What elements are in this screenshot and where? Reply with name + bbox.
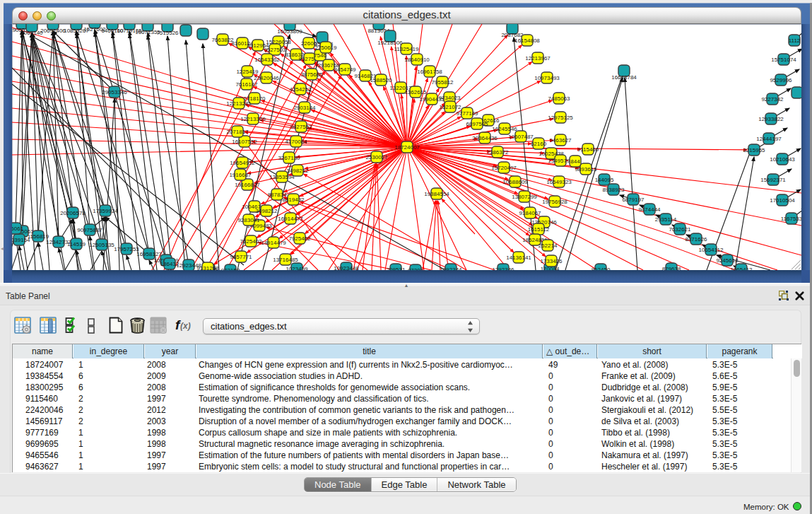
svg-text:9115460: 9115460 <box>577 146 599 153</box>
svg-text:15751074: 15751074 <box>771 57 796 63</box>
svg-text:14136141: 14136141 <box>506 255 531 261</box>
svg-text:16958127: 16958127 <box>136 251 162 257</box>
svg-text:1167533: 1167533 <box>781 216 801 222</box>
svg-text:14914479: 14914479 <box>261 240 286 246</box>
svg-text:12505135: 12505135 <box>89 242 114 248</box>
svg-text:19166827: 19166827 <box>235 182 260 188</box>
svg-text:20364436: 20364436 <box>472 135 498 141</box>
svg-text:2750619: 2750619 <box>314 45 337 51</box>
svg-text:15692371: 15692371 <box>760 177 786 183</box>
svg-text:19654952: 19654952 <box>230 160 255 166</box>
svg-text:973158: 973158 <box>221 267 240 270</box>
svg-text:16053809: 16053809 <box>277 28 302 35</box>
svg-text:7925402: 7925402 <box>288 235 311 242</box>
svg-text:16549323: 16549323 <box>546 179 572 185</box>
svg-text:6897505: 6897505 <box>466 121 488 127</box>
svg-text:10973493: 10973493 <box>534 75 560 81</box>
svg-text:11325419: 11325419 <box>394 46 420 52</box>
svg-text:7955812: 7955812 <box>431 79 454 86</box>
svg-text:2903144: 2903144 <box>293 105 316 111</box>
svg-text:879638: 879638 <box>662 266 681 270</box>
svg-text:1112: 1112 <box>789 37 801 44</box>
svg-text:8454749: 8454749 <box>334 66 356 73</box>
svg-text:20206578: 20206578 <box>60 210 86 216</box>
svg-text:7485063: 7485063 <box>548 95 570 102</box>
svg-text:9283041: 9283041 <box>237 217 260 223</box>
svg-text:7616147: 7616147 <box>235 81 258 88</box>
svg-text:4170084: 4170084 <box>285 139 307 145</box>
svg-text:10654112: 10654112 <box>699 247 724 253</box>
svg-text:1092344: 1092344 <box>440 267 462 270</box>
svg-text:16648784: 16648784 <box>611 74 637 81</box>
svg-text:2935114: 2935114 <box>655 216 677 223</box>
svg-text:16961758: 16961758 <box>417 69 442 75</box>
svg-text:10923448: 10923448 <box>334 265 359 270</box>
svg-text:7515526: 7515526 <box>156 30 179 36</box>
svg-text:9184067: 9184067 <box>519 210 541 216</box>
svg-text:7386372: 7386372 <box>486 149 509 156</box>
svg-text:16914477: 16914477 <box>278 216 303 222</box>
svg-text:87201: 87201 <box>408 267 424 270</box>
svg-text:85061: 85061 <box>12 226 24 232</box>
svg-text:144095: 144095 <box>595 177 614 183</box>
svg-text:19756928: 19756928 <box>542 199 567 205</box>
svg-text:17010504: 17010504 <box>770 197 795 204</box>
svg-text:1498212: 1498212 <box>286 168 309 174</box>
svg-text:16107552: 16107552 <box>232 139 257 145</box>
svg-text:12213967: 12213967 <box>525 55 551 62</box>
svg-text:90975887: 90975887 <box>77 227 102 233</box>
svg-text:9131268: 9131268 <box>196 265 219 270</box>
svg-text:12444197: 12444197 <box>756 136 782 142</box>
svg-text:13353594: 13353594 <box>269 174 295 180</box>
svg-text:2530027: 2530027 <box>365 154 388 160</box>
svg-text:8215955: 8215955 <box>743 147 765 153</box>
svg-text:1362615: 1362615 <box>404 89 427 95</box>
svg-text:952450: 952450 <box>592 267 611 270</box>
svg-text:3267130: 3267130 <box>278 155 300 161</box>
svg-text:19218506: 19218506 <box>377 40 403 46</box>
svg-text:(x): (x) <box>180 321 191 331</box>
svg-text:7663822: 7663822 <box>211 37 234 43</box>
svg-text:23420046: 23420046 <box>254 75 279 81</box>
svg-text:1621072: 1621072 <box>439 104 461 110</box>
svg-text:18724007: 18724007 <box>394 144 420 151</box>
svg-text:1065412: 1065412 <box>730 267 753 270</box>
svg-text:9657771: 9657771 <box>230 254 252 260</box>
svg-text:17957253: 17957253 <box>114 246 139 252</box>
svg-text:29053346: 29053346 <box>102 89 127 95</box>
svg-text:186432: 186432 <box>160 261 180 267</box>
svg-text:1916687: 1916687 <box>229 172 252 178</box>
svg-text:2071817: 2071817 <box>226 129 249 135</box>
svg-text:114519: 114519 <box>67 241 86 247</box>
svg-text:209531: 209531 <box>387 267 406 270</box>
svg-text:16245546: 16245546 <box>492 126 517 132</box>
svg-text:9893615: 9893615 <box>575 166 597 173</box>
svg-text:12933822: 12933822 <box>758 116 784 122</box>
svg-text:9245612: 9245612 <box>716 257 739 264</box>
svg-text:10210643: 10210643 <box>770 156 795 163</box>
svg-text:9527503: 9527503 <box>264 47 286 53</box>
svg-text:1292346: 1292346 <box>492 267 514 270</box>
svg-text:1733426: 1733426 <box>540 258 563 264</box>
svg-text:1225419: 1225419 <box>236 69 259 75</box>
svg-text:12213281: 12213281 <box>226 100 252 107</box>
svg-text:16154808: 16154808 <box>514 37 540 44</box>
svg-text:12213369: 12213369 <box>240 116 266 122</box>
svg-text:3498212: 3498212 <box>255 208 278 214</box>
svg-text:9734023: 9734023 <box>438 95 461 101</box>
svg-text:13807299: 13807299 <box>512 194 537 200</box>
svg-text:12975125: 12975125 <box>548 115 573 121</box>
svg-text:16543362: 16543362 <box>254 57 280 63</box>
svg-text:62160: 62160 <box>531 141 547 147</box>
svg-text:7632621: 7632621 <box>669 226 691 233</box>
svg-text:1023459: 1023459 <box>286 266 308 270</box>
svg-text:6879197: 6879197 <box>622 197 645 203</box>
svg-text:9227342: 9227342 <box>761 96 784 103</box>
svg-text:8471626: 8471626 <box>685 236 707 243</box>
svg-text:9474444: 9474444 <box>638 206 661 213</box>
svg-text:8938923: 8938923 <box>602 187 625 193</box>
svg-text:9463627: 9463627 <box>549 137 572 144</box>
svg-text:13716485: 13716485 <box>273 257 298 263</box>
svg-text:8819432: 8819432 <box>282 197 305 203</box>
svg-text:9427552: 9427552 <box>290 124 312 130</box>
